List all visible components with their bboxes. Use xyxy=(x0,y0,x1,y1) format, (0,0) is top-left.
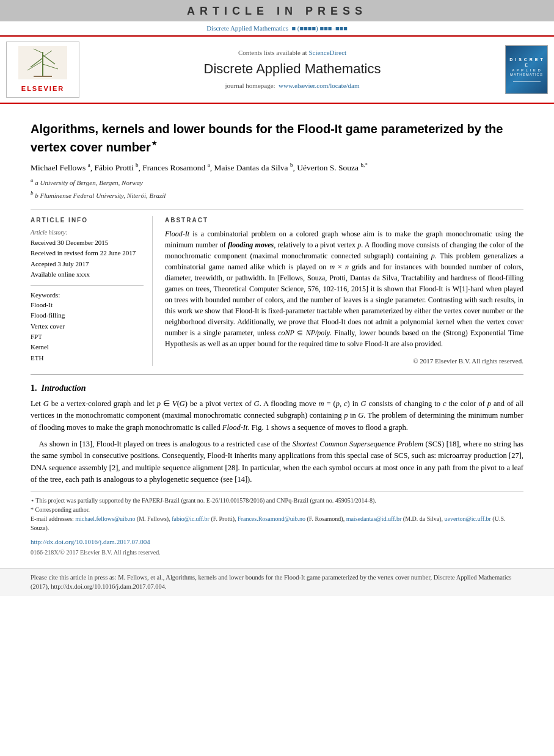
article-info-heading: ARTICLE INFO xyxy=(31,216,144,225)
elsevier-wordmark: ELSEVIER xyxy=(21,84,64,93)
affiliation-b-text: b Fluminense Federal University, Niterói… xyxy=(35,191,166,198)
keyword-1: Flood-It xyxy=(31,300,144,310)
affiliations: a a University of Bergen, Bergen, Norway… xyxy=(31,176,523,201)
citation-notice: Please cite this article in press as: M.… xyxy=(0,568,554,596)
affiliation-b: b b Fluminense Federal University, Niter… xyxy=(31,189,523,201)
abstract-text: Flood-It is a combinatorial problem on a… xyxy=(165,228,523,349)
thumbnail-line2: A P P L I E D xyxy=(512,68,541,73)
keywords-section: Keywords: Flood-It Flood-filling Vertex … xyxy=(31,291,144,363)
journal-ref-name: Discrete Applied Mathematics xyxy=(206,24,288,32)
journal-ref-text: Discrete Applied Mathematics ■ (■■■■) ■■… xyxy=(206,24,348,32)
email-rosamond[interactable]: Frances.Rosamond@uib.no xyxy=(238,515,305,522)
email-silva[interactable]: maisedantas@id.uff.br xyxy=(346,515,402,522)
email-protti[interactable]: fabio@ic.uff.br xyxy=(172,515,210,522)
footnote-asterisk: ⋆ This project was partially supported b… xyxy=(31,496,523,505)
footnote-corresponding: * Corresponding author. xyxy=(31,505,523,514)
article-history: Article history: Received 30 December 20… xyxy=(31,228,144,286)
journal-ref-extra: ■ (■■■■) ■■■–■■■ xyxy=(291,24,347,32)
affiliation-a: a a University of Bergen, Bergen, Norway xyxy=(31,176,523,188)
journal-thumbnail: D I S C R E T E A P P L I E D MATHEMATIC… xyxy=(505,45,548,94)
thumbnail-decoration xyxy=(513,81,541,82)
revised-date: Received in revised form 22 June 2017 xyxy=(31,249,144,258)
homepage-link[interactable]: www.elsevier.com/locate/dam xyxy=(279,82,359,89)
doi-link[interactable]: http://dx.doi.org/10.1016/j.dam.2017.07.… xyxy=(31,538,150,545)
article-title: Algorithms, kernels and lower bounds for… xyxy=(31,121,523,155)
history-label: Article history: xyxy=(31,228,144,237)
section-number: 1. xyxy=(31,383,37,393)
contents-label: Contents lists available at xyxy=(238,49,307,56)
email-label: E-mail addresses: xyxy=(31,515,74,522)
intro-paragraph-2: As shown in [13], Flood-It played on tre… xyxy=(31,438,523,486)
authors: Michael Fellows a, Fábio Protti b, Franc… xyxy=(31,161,523,174)
affiliation-a-text: a University of Bergen, Bergen, Norway xyxy=(35,179,143,186)
accepted-date: Accepted 3 July 2017 xyxy=(31,260,144,269)
homepage-label: journal homepage: xyxy=(225,82,275,89)
available-online: Available online xxxx xyxy=(31,270,144,279)
keyword-4: FPT xyxy=(31,332,144,341)
journal-header: ELSEVIER Contents lists available at Sci… xyxy=(0,35,554,104)
title-asterisk: ⋆ xyxy=(151,137,158,149)
email-fellows[interactable]: michael.fellows@uib.no xyxy=(75,515,135,522)
keyword-2: Flood-filling xyxy=(31,311,144,320)
keyword-6: ETH xyxy=(31,354,144,363)
homepage-line: journal homepage: www.elsevier.com/locat… xyxy=(88,81,497,90)
abstract-copyright: © 2017 Elsevier B.V. All rights reserved… xyxy=(165,354,523,366)
article-title-text: Algorithms, kernels and lower bounds for… xyxy=(31,122,503,154)
elsevier-tree-art xyxy=(18,46,67,82)
keyword-3: Vertex cover xyxy=(31,322,144,331)
section-title-text: Introduction xyxy=(42,383,86,393)
intro-paragraph-1: Let G be a vertex-colored graph and let … xyxy=(31,398,523,434)
two-col-section: ARTICLE INFO Article history: Received 3… xyxy=(31,209,523,366)
main-content: Algorithms, kernels and lower bounds for… xyxy=(0,104,554,563)
journal-ref-bar: Discrete Applied Mathematics ■ (■■■■) ■■… xyxy=(0,21,554,35)
keyword-5: Kernel xyxy=(31,343,144,352)
thumbnail-line1: D I S C R E T E xyxy=(508,57,545,68)
footnote-emails: E-mail addresses: michael.fellows@uib.no… xyxy=(31,514,523,532)
introduction-title: 1. Introduction xyxy=(31,382,523,394)
footnotes-area: ⋆ This project was partially supported b… xyxy=(31,492,523,532)
thumbnail-line3: MATHEMATICS xyxy=(510,73,543,78)
sciencedirect-link[interactable]: ScienceDirect xyxy=(308,49,346,56)
journal-title-block: Contents lists available at ScienceDirec… xyxy=(88,48,497,91)
journal-title-main: Discrete Applied Mathematics xyxy=(88,60,497,79)
contents-line: Contents lists available at ScienceDirec… xyxy=(88,48,497,57)
doi-bar: http://dx.doi.org/10.1016/j.dam.2017.07.… xyxy=(31,537,523,547)
copyright-small: 0166-218X/© 2017 Elsevier B.V. All right… xyxy=(31,548,523,557)
abstract-heading: ABSTRACT xyxy=(165,216,523,225)
section-divider xyxy=(31,374,523,375)
elsevier-logo: ELSEVIER xyxy=(6,42,79,98)
abstract-col: ABSTRACT Flood-It is a combinatorial pro… xyxy=(165,216,523,366)
article-info-col: ARTICLE INFO Article history: Received 3… xyxy=(31,216,153,366)
received-date: Received 30 December 2015 xyxy=(31,238,144,247)
keywords-label: Keywords: xyxy=(31,291,144,300)
article-in-press-banner: ARTICLE IN PRESS xyxy=(0,0,554,21)
email-souza[interactable]: ueverton@ic.uff.br xyxy=(445,515,491,522)
tree-svg xyxy=(18,46,67,79)
